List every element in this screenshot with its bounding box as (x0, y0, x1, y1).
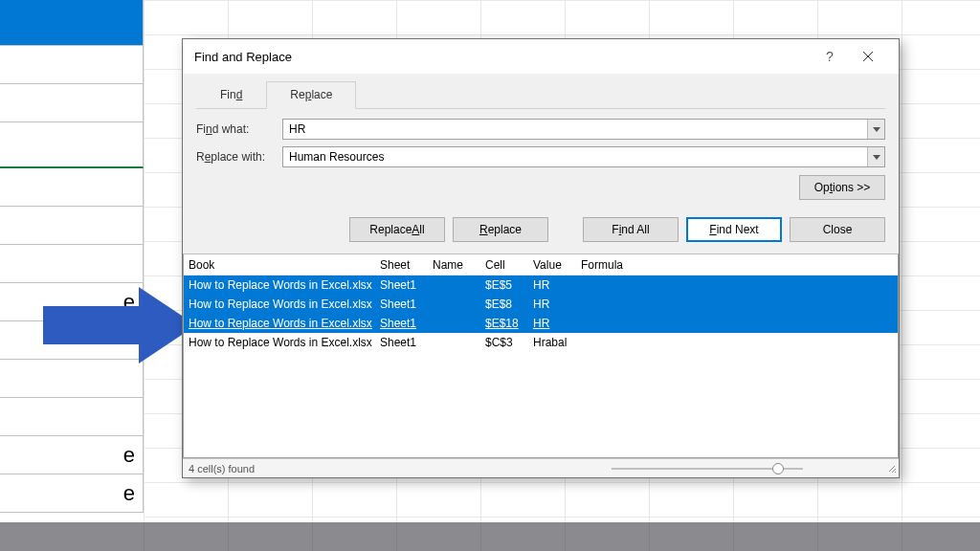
results-row[interactable]: How to Replace Words in Excel.xlsxSheet1… (184, 295, 898, 314)
find-what-value: HR (289, 122, 305, 136)
cell[interactable] (0, 360, 144, 398)
replace-with-value: Human Resources (289, 150, 384, 164)
find-replace-dialog: Find and Replace ? Find Replace Find wha… (182, 38, 900, 478)
replace-with-input[interactable]: Human Resources (282, 146, 885, 167)
results-empty-area (184, 352, 898, 457)
results-list: Book Sheet Name Cell Value Formula How t… (183, 253, 899, 458)
cell[interactable] (0, 245, 144, 283)
cell[interactable] (0, 207, 144, 245)
col-sheet[interactable]: Sheet (380, 258, 433, 272)
find-all-button[interactable]: Find All (583, 217, 679, 242)
chevron-down-icon[interactable] (867, 120, 884, 139)
cell[interactable] (0, 46, 144, 84)
replace-with-label: Replace with: (196, 150, 282, 164)
cell[interactable]: e (0, 436, 144, 474)
results-row[interactable]: How to Replace Words in Excel.xlsxSheet1… (184, 276, 898, 295)
slider-knob[interactable] (772, 463, 784, 474)
results-row[interactable]: How to Replace Words in Excel.xlsxSheet1… (184, 314, 898, 333)
tab-replace[interactable]: Replace (266, 81, 356, 109)
cell[interactable] (0, 0, 144, 46)
chevron-down-icon[interactable] (867, 147, 884, 166)
dialog-statusbar: 4 cell(s) found (183, 458, 899, 477)
callout-arrow (43, 287, 196, 364)
close-button[interactable]: Close (790, 217, 885, 242)
cell[interactable] (0, 84, 144, 122)
find-next-button[interactable]: Find Next (686, 217, 782, 242)
cell[interactable] (0, 168, 144, 207)
results-header: Book Sheet Name Cell Value Formula (184, 254, 898, 276)
resize-grip-icon[interactable] (887, 464, 897, 475)
cell[interactable]: e (0, 474, 144, 513)
col-book[interactable]: Book (184, 258, 380, 272)
tab-find[interactable]: Find (196, 81, 266, 108)
app-statusbar (0, 522, 980, 551)
options-button[interactable]: Options >> (799, 175, 885, 200)
dialog-titlebar[interactable]: Find and Replace ? (183, 39, 899, 74)
replace-button[interactable]: Replace (453, 217, 548, 242)
close-icon[interactable] (849, 39, 887, 74)
cell[interactable] (0, 122, 144, 168)
col-formula[interactable]: Formula (581, 258, 898, 272)
find-what-label: Find what: (196, 122, 282, 136)
help-button[interactable]: ? (811, 39, 849, 74)
col-name[interactable]: Name (433, 258, 485, 272)
status-slider[interactable] (612, 468, 803, 470)
dialog-title: Find and Replace (194, 50, 811, 64)
find-what-input[interactable]: HR (282, 119, 885, 140)
replace-all-button[interactable]: Replace All (349, 217, 445, 242)
tabs: Find Replace (196, 81, 885, 109)
cell[interactable] (0, 398, 144, 436)
results-row[interactable]: How to Replace Words in Excel.xlsxSheet1… (184, 333, 898, 352)
status-text: 4 cell(s) found (189, 463, 255, 474)
spreadsheet-column: e e e (0, 0, 144, 551)
col-value[interactable]: Value (533, 258, 581, 272)
col-cell[interactable]: Cell (485, 258, 533, 272)
